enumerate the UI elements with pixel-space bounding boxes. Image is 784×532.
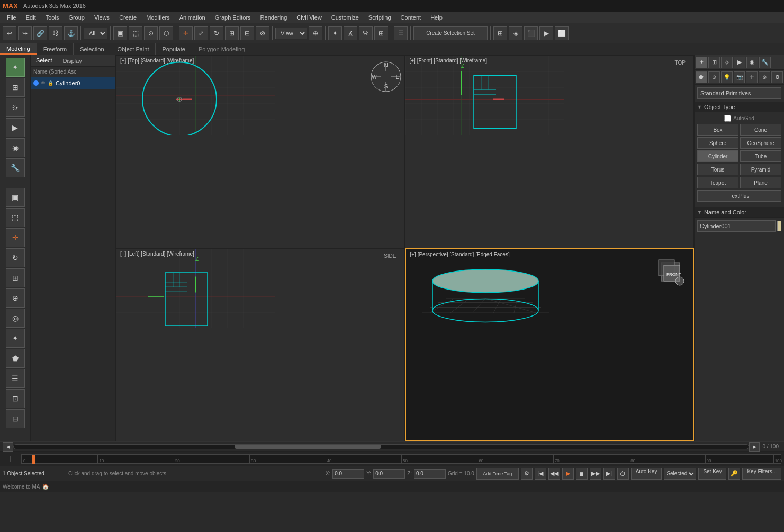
create-panel-btn[interactable]: ✦ bbox=[6, 58, 25, 77]
toolbar-link[interactable]: 🔗 bbox=[33, 26, 47, 40]
toolbar-redo[interactable]: ↪ bbox=[18, 26, 32, 40]
rotate-tool-btn[interactable]: ↻ bbox=[6, 248, 25, 267]
layer-btn[interactable]: ☰ bbox=[394, 26, 408, 40]
modify-panel-btn[interactable]: ⊞ bbox=[6, 78, 25, 97]
render-setup-btn[interactable]: ⬛ bbox=[524, 26, 538, 40]
rpanel-tab-display[interactable]: ◉ bbox=[746, 57, 758, 68]
prev-key-btn[interactable]: ◀◀ bbox=[548, 468, 560, 480]
rpanel-tab-modify[interactable]: ⊞ bbox=[708, 57, 720, 68]
tab-modeling[interactable]: Modeling bbox=[0, 43, 37, 55]
tab-object-paint[interactable]: Object Paint bbox=[111, 43, 156, 55]
timeline-playhead[interactable] bbox=[32, 455, 35, 464]
menu-views[interactable]: Views bbox=[90, 13, 114, 22]
y-coord[interactable] bbox=[373, 469, 405, 479]
mirror-btn[interactable]: ⤢ bbox=[194, 26, 208, 40]
rpanel-subtab-camera[interactable]: 📷 bbox=[734, 71, 745, 83]
rpanel-subtab-geo[interactable]: ⬟ bbox=[696, 71, 707, 83]
menu-civil-view[interactable]: Civil View bbox=[292, 13, 326, 22]
move-btn[interactable]: ✛ bbox=[179, 26, 193, 40]
utilities-panel-btn[interactable]: 🔧 bbox=[6, 158, 25, 177]
layer-tool-btn[interactable]: ☰ bbox=[6, 369, 25, 388]
selected-dropdown[interactable]: Selected bbox=[664, 468, 696, 480]
key-type-btn[interactable]: 🔑 bbox=[728, 468, 740, 480]
select-tool-btn[interactable]: ▣ bbox=[6, 188, 25, 207]
material-editor-btn[interactable]: ◈ bbox=[509, 26, 522, 40]
teapot-btn[interactable]: Teapot bbox=[697, 177, 738, 188]
select-fence-btn[interactable]: ⬡ bbox=[159, 26, 173, 40]
select-region-btn[interactable]: ⬚ bbox=[6, 208, 25, 227]
rotate-btn[interactable]: ↻ bbox=[210, 26, 223, 40]
toolbar-bind[interactable]: ⚓ bbox=[64, 26, 78, 40]
tab-populate[interactable]: Populate bbox=[156, 43, 192, 55]
object-type-header[interactable]: ▼ Object Type bbox=[695, 102, 784, 112]
display-panel-btn[interactable]: ◉ bbox=[6, 138, 25, 157]
menu-modifiers[interactable]: Modifiers bbox=[142, 13, 174, 22]
camera-tool-btn[interactable]: ◎ bbox=[6, 309, 25, 328]
obj-eye-icon[interactable]: 👁 bbox=[41, 80, 46, 86]
tube-btn[interactable]: Tube bbox=[740, 150, 781, 162]
box-btn[interactable]: Box bbox=[697, 124, 738, 136]
menu-content[interactable]: Content bbox=[396, 13, 426, 22]
toolbar-unlink[interactable]: ⛓ bbox=[49, 26, 62, 40]
rpanel-tab-hierarchy[interactable]: ⛭ bbox=[721, 57, 733, 68]
scene-tab-select[interactable]: Select bbox=[33, 56, 55, 65]
snap-toggle[interactable]: ✦ bbox=[328, 26, 342, 40]
menu-create[interactable]: Create bbox=[115, 13, 141, 22]
scroll-track[interactable] bbox=[13, 444, 749, 449]
motion-panel-btn[interactable]: ▶ bbox=[6, 118, 25, 137]
rpanel-subtab-light[interactable]: 💡 bbox=[721, 71, 733, 83]
scene-object-item[interactable]: 👁 🔒 Cylinder0 bbox=[31, 77, 115, 89]
add-time-tag-btn[interactable]: Add Time Tag bbox=[476, 468, 519, 480]
rpanel-subtab-shape[interactable]: ⊙ bbox=[708, 71, 720, 83]
textplus-btn[interactable]: TextPlus bbox=[697, 190, 781, 202]
percent-snap[interactable]: % bbox=[359, 26, 373, 40]
geosphere-btn[interactable]: GeoSphere bbox=[740, 137, 781, 149]
view-dropdown[interactable]: View bbox=[275, 28, 307, 39]
next-key-btn[interactable]: ▶▶ bbox=[590, 468, 601, 480]
setkey-btn[interactable]: Set Key bbox=[698, 468, 726, 480]
render-frame-btn[interactable]: ▶ bbox=[539, 26, 553, 40]
viewport-perspective[interactable]: [+] [Perspective] [Standard] [Edged Face… bbox=[405, 248, 695, 441]
obj-lock-icon[interactable]: 🔒 bbox=[48, 80, 53, 86]
viewport-left[interactable]: [+] [Left] [Standard] [Wireframe] SIDE Z bbox=[115, 248, 405, 441]
viewport-top[interactable]: [+] [Top] [Standard] [Wireframe] N S W E bbox=[115, 55, 405, 248]
menu-graph-editors[interactable]: Graph Editors bbox=[211, 13, 255, 22]
cylinder-btn[interactable]: Cylinder bbox=[697, 150, 738, 162]
angle-snap[interactable]: ∡ bbox=[344, 26, 357, 40]
cone-btn[interactable]: Cone bbox=[740, 124, 781, 136]
manipulate-btn[interactable]: ⊗ bbox=[256, 26, 269, 40]
autokey-btn[interactable]: Auto Key bbox=[631, 468, 662, 480]
scroll-right-btn[interactable]: ▶ bbox=[749, 442, 760, 452]
z-coord[interactable] bbox=[414, 469, 446, 479]
align-tool-btn[interactable]: ⊟ bbox=[6, 409, 25, 428]
x-coord[interactable] bbox=[332, 469, 364, 479]
stop-btn[interactable]: ⏹ bbox=[576, 468, 588, 480]
play-btn[interactable]: ▶ bbox=[562, 468, 574, 480]
toolbar-undo[interactable]: ↩ bbox=[3, 26, 16, 40]
name-color-header[interactable]: ▼ Name and Color bbox=[695, 207, 784, 218]
pyramid-btn[interactable]: Pyramid bbox=[740, 164, 781, 175]
view-gizmo[interactable]: FRONT bbox=[653, 255, 685, 287]
menu-tools[interactable]: Tools bbox=[41, 13, 64, 22]
key-filter-btn[interactable]: Key Filters... bbox=[742, 468, 781, 480]
autogrid-checkbox[interactable] bbox=[724, 115, 731, 122]
rpanel-tab-utilities[interactable]: 🔧 bbox=[759, 57, 771, 68]
viewport-front[interactable]: [+] [Front] [Standard] [Wireframe] TOP Z bbox=[405, 55, 695, 248]
rpanel-tab-motion[interactable]: ▶ bbox=[734, 57, 745, 68]
scroll-left-btn[interactable]: ◀ bbox=[3, 442, 13, 452]
create-selection-set-btn[interactable]: Create Selection Set bbox=[413, 26, 488, 40]
key-mode-btn[interactable]: ⚙ bbox=[521, 468, 533, 480]
render-btn[interactable]: ⬜ bbox=[555, 26, 569, 40]
object-name-input[interactable] bbox=[697, 220, 776, 232]
plane-btn[interactable]: Plane bbox=[740, 177, 781, 188]
spinner-snap[interactable]: ⊞ bbox=[374, 26, 388, 40]
scale-tool-btn[interactable]: ⊞ bbox=[6, 268, 25, 287]
move-tool-btn[interactable]: ✛ bbox=[6, 228, 25, 247]
select-obj-btn[interactable]: ▣ bbox=[113, 26, 127, 40]
select-rect-btn[interactable]: ⬚ bbox=[129, 26, 142, 40]
rpanel-tab-create[interactable]: ✦ bbox=[696, 57, 707, 68]
menu-customize[interactable]: Customize bbox=[327, 13, 363, 22]
scene-tab-display[interactable]: Display bbox=[60, 57, 85, 65]
next-frame-btn[interactable]: ▶| bbox=[603, 468, 615, 480]
scroll-thumb[interactable] bbox=[235, 445, 382, 449]
